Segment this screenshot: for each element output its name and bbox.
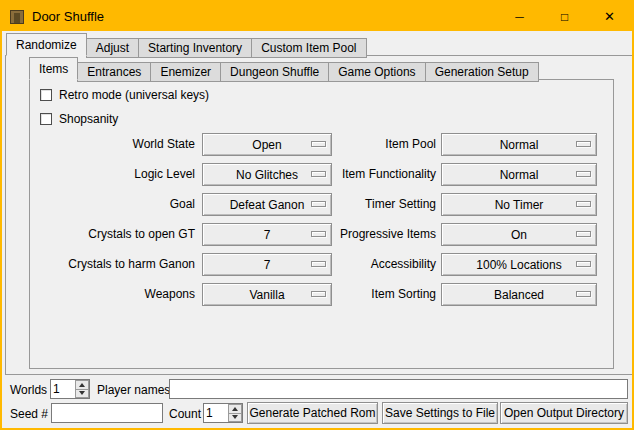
door-shuffle-window: Door Shuffle ─ □ ✕ Randomize Adjust Star… xyxy=(0,0,634,430)
dropdown-indicator-icon xyxy=(576,231,591,237)
progressive-items-value: On xyxy=(511,228,527,242)
tab-items[interactable]: Items xyxy=(29,57,78,80)
spinner-arrows xyxy=(228,404,242,422)
retro-mode-checkbox[interactable]: Retro mode (universal keys) xyxy=(40,87,209,103)
item-pool-value: Normal xyxy=(500,138,539,152)
count-input[interactable] xyxy=(204,404,228,422)
weapons-label: Weapons xyxy=(30,287,195,302)
goal-label: Goal xyxy=(30,197,195,212)
arrow-up-icon xyxy=(79,383,85,387)
logic-level-label: Logic Level xyxy=(30,167,195,182)
count-spinner xyxy=(203,403,243,423)
retro-mode-label: Retro mode (universal keys) xyxy=(59,88,209,102)
maximize-icon: □ xyxy=(561,11,568,23)
item-sorting-label: Item Sorting xyxy=(238,287,436,302)
crystals-open-gt-label: Crystals to open GT xyxy=(30,227,195,242)
tab-randomize[interactable]: Randomize xyxy=(6,33,87,56)
count-label: Count xyxy=(169,407,201,422)
worlds-label: Worlds xyxy=(10,383,47,398)
dropdown-indicator-icon xyxy=(576,141,591,147)
tab-custom-item-pool[interactable]: Custom Item Pool xyxy=(251,38,366,58)
minimize-icon: ─ xyxy=(515,11,524,23)
item-functionality-value: Normal xyxy=(500,168,539,182)
accessibility-label: Accessibility xyxy=(238,257,436,272)
item-functionality-label: Item Functionality xyxy=(238,167,436,182)
open-output-directory-button[interactable]: Open Output Directory xyxy=(500,402,628,424)
secondary-tabs: Items Entrances Enemizer Dungeon Shuffle… xyxy=(29,57,538,80)
worlds-spinner xyxy=(50,379,90,399)
seed-input[interactable] xyxy=(51,403,163,423)
items-panel: Retro mode (universal keys) Shopsanity W… xyxy=(29,79,614,369)
accessibility-select[interactable]: 100% Locations xyxy=(441,253,597,276)
worlds-input[interactable] xyxy=(51,380,75,398)
tab-generation-setup[interactable]: Generation Setup xyxy=(425,62,539,82)
window-controls: ─ □ ✕ xyxy=(497,2,632,31)
worlds-decrement-button[interactable] xyxy=(75,390,89,399)
tab-enemizer[interactable]: Enemizer xyxy=(150,62,221,82)
count-decrement-button[interactable] xyxy=(228,414,242,423)
shopsanity-label: Shopsanity xyxy=(59,112,118,126)
close-icon: ✕ xyxy=(604,10,615,23)
seed-label: Seed # xyxy=(10,407,48,422)
world-state-label: World State xyxy=(30,137,195,152)
timer-setting-label: Timer Setting xyxy=(238,197,436,212)
dropdown-indicator-icon xyxy=(576,261,591,267)
dropdown-indicator-icon xyxy=(576,171,591,177)
dropdown-indicator-icon xyxy=(576,201,591,207)
arrow-down-icon xyxy=(79,391,85,395)
shopsanity-checkbox[interactable]: Shopsanity xyxy=(40,111,118,127)
player-names-input[interactable] xyxy=(169,379,628,399)
tab-adjust[interactable]: Adjust xyxy=(86,38,139,58)
progressive-items-select[interactable]: On xyxy=(441,223,597,246)
titlebar[interactable]: Door Shuffle ─ □ ✕ xyxy=(2,2,632,31)
arrow-down-icon xyxy=(232,415,238,419)
item-pool-label: Item Pool xyxy=(238,137,436,152)
primary-tabs: Randomize Adjust Starting Inventory Cust… xyxy=(6,33,366,56)
tab-dungeon-shuffle[interactable]: Dungeon Shuffle xyxy=(220,62,329,82)
minimize-button[interactable]: ─ xyxy=(497,2,542,31)
item-sorting-value: Balanced xyxy=(494,288,544,302)
tab-starting-inventory[interactable]: Starting Inventory xyxy=(138,38,252,58)
item-sorting-select[interactable]: Balanced xyxy=(441,283,597,306)
app-icon[interactable] xyxy=(10,10,24,24)
checkbox-icon xyxy=(40,89,52,101)
timer-setting-value: No Timer xyxy=(495,198,544,212)
tab-entrances[interactable]: Entrances xyxy=(77,62,151,82)
tab-game-options[interactable]: Game Options xyxy=(328,62,425,82)
checkbox-icon xyxy=(40,113,52,125)
count-increment-button[interactable] xyxy=(228,404,242,414)
close-button[interactable]: ✕ xyxy=(587,2,632,31)
timer-setting-select[interactable]: No Timer xyxy=(441,193,597,216)
window-title: Door Shuffle xyxy=(32,9,104,24)
maximize-button[interactable]: □ xyxy=(542,2,587,31)
accessibility-value: 100% Locations xyxy=(476,258,561,272)
crystals-harm-ganon-label: Crystals to harm Ganon xyxy=(30,257,195,272)
spinner-arrows xyxy=(75,380,89,398)
arrow-up-icon xyxy=(232,407,238,411)
progressive-items-label: Progressive Items xyxy=(238,227,436,242)
item-functionality-select[interactable]: Normal xyxy=(441,163,597,186)
save-settings-button[interactable]: Save Settings to File xyxy=(382,402,498,424)
player-names-label: Player names xyxy=(97,383,170,398)
generate-patched-rom-button[interactable]: Generate Patched Rom xyxy=(247,402,378,424)
worlds-increment-button[interactable] xyxy=(75,380,89,390)
item-pool-select[interactable]: Normal xyxy=(441,133,597,156)
dropdown-indicator-icon xyxy=(576,291,591,297)
